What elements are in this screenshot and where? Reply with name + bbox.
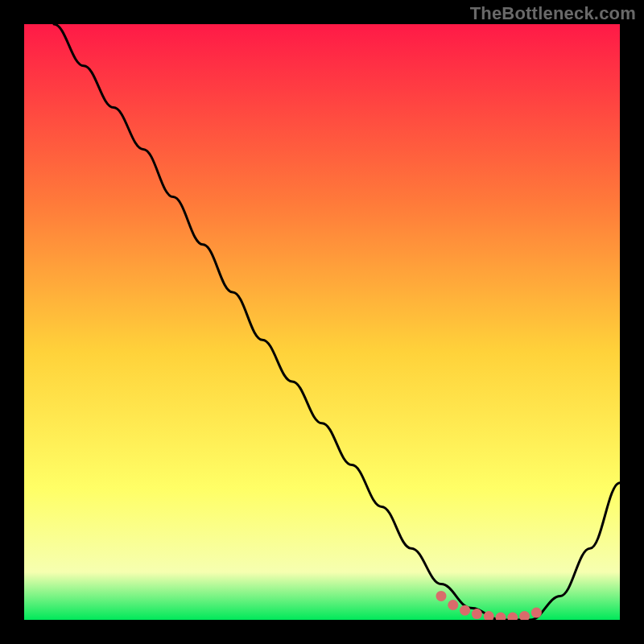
marker-dot bbox=[448, 600, 458, 610]
chart-svg bbox=[24, 24, 620, 620]
marker-dot bbox=[472, 609, 482, 619]
watermark-text: TheBottleneck.com bbox=[470, 3, 636, 24]
gradient-background bbox=[24, 24, 620, 620]
marker-dot bbox=[436, 591, 447, 601]
marker-dot bbox=[460, 605, 470, 616]
plot-area bbox=[24, 24, 620, 620]
chart-frame: TheBottleneck.com bbox=[0, 0, 644, 644]
marker-dot bbox=[531, 608, 542, 618]
